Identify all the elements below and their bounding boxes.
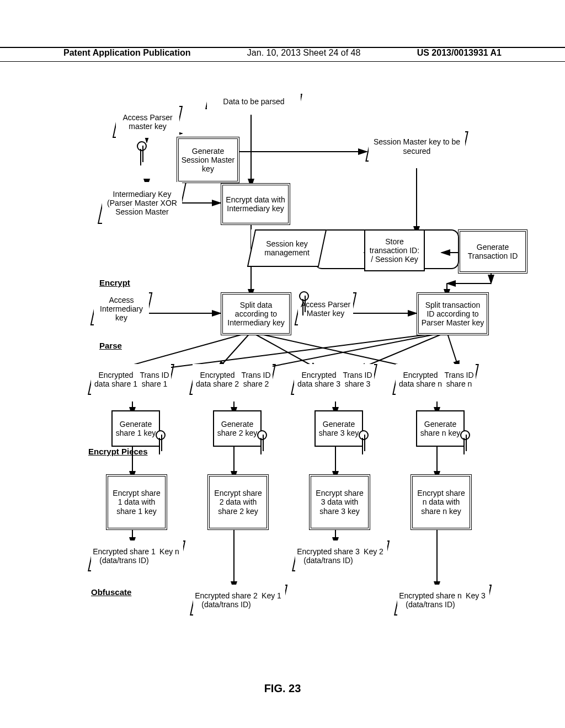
key-icon (256, 430, 267, 456)
session-master-key-to-be-secured: Session Master key to be secured (369, 131, 465, 162)
key-icon (358, 430, 369, 456)
gen-share-3-key: Generate share 3 key (315, 410, 363, 447)
access-intermediary-key: Access Intermediary key (94, 292, 149, 325)
trans-id-share-2: Trans ID share 2 (239, 364, 273, 395)
data-to-be-parsed: Data to be parsed (207, 94, 301, 109)
trans-id-share-3: Trans ID share 3 (341, 364, 374, 395)
gen-share-2-key: Generate share 2 key (213, 410, 262, 447)
header: Patent Application Publication Jan. 10, … (0, 47, 565, 62)
gen-share-1-key: Generate share 1 key (111, 410, 160, 447)
trans-id-share-1: Trans ID share 1 (138, 364, 171, 395)
section-encrypt-pieces: Encrypt Pieces (88, 447, 148, 456)
split-data-intermediary: Split data according to Intermediary key (221, 292, 291, 335)
enc-data-share-1: Encrypted data share 1 (91, 364, 141, 395)
out-share-2: Encrypted share 2 (data/trans ID) (193, 585, 259, 615)
page: Patent Application Publication Jan. 10, … (0, 0, 565, 728)
out-share-n: Encrypted share n (data/trans ID) (397, 585, 463, 615)
out-key-n: Key n (156, 540, 183, 563)
out-share-3: Encrypted share 3 (data/trans ID) (295, 540, 361, 571)
generate-session-master-key: Generate Session Master key (177, 137, 239, 183)
enc-data-share-n: Encrypted data share n (396, 364, 445, 395)
trans-id-share-n: Trans ID share n (443, 364, 476, 395)
header-right: US 2013/0013931 A1 (417, 48, 502, 58)
out-key-2: Key 2 (360, 540, 387, 563)
encrypt-share-3: Encrypt share 3 data with share 3 key (309, 474, 370, 530)
session-key-management: Session key management (251, 229, 323, 267)
header-mid: Jan. 10, 2013 Sheet 24 of 48 (247, 48, 361, 58)
encrypt-share-2: Encrypt share 2 data with share 2 key (207, 474, 269, 530)
key-icon (459, 430, 470, 456)
section-parse: Parse (99, 341, 122, 350)
access-parser-master-key: Access Parser master key (116, 106, 179, 138)
split-transaction-id: Split transaction ID according to Parser… (417, 292, 489, 335)
section-encrypt: Encrypt (99, 278, 130, 287)
section-obfuscate: Obfuscate (91, 587, 131, 597)
key-icon (154, 430, 166, 456)
encrypt-share-n: Encrypt share n data with share n key (411, 474, 472, 530)
encrypt-data-intermediary: Encrypt data with Intermediary key (221, 183, 290, 225)
intermediary-key: Intermediary Key (Parser Master XOR Sess… (102, 182, 182, 224)
figure-label: FIG. 23 (0, 682, 565, 695)
gen-share-n-key: Generate share n key (416, 410, 465, 447)
generate-transaction-id: Generate Transaction ID (458, 229, 527, 274)
key-icon (136, 141, 147, 167)
header-left: Patent Application Publication (63, 48, 191, 58)
encrypt-share-1: Encrypt share 1 data with share 1 key (106, 474, 167, 530)
enc-data-share-2: Encrypted data share 2 (193, 364, 242, 395)
enc-data-share-3: Encrypted data share 3 (294, 364, 344, 395)
key-icon (298, 291, 309, 317)
out-share-1: Encrypted share 1 (data/trans ID) (91, 540, 157, 571)
diagram: Data to be parsed Access Parser master k… (61, 88, 504, 684)
store-transaction-id: Store transaction ID: / Session Key (364, 229, 425, 271)
out-key-3: Key 3 (462, 585, 489, 607)
out-key-1: Key 1 (258, 585, 285, 607)
